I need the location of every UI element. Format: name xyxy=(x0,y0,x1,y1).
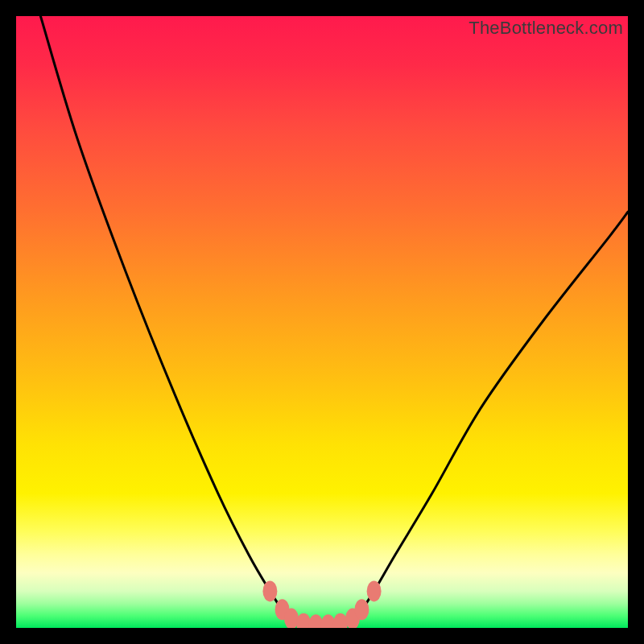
curve-marker xyxy=(354,599,369,620)
watermark-text: TheBottleneck.com xyxy=(469,18,623,39)
chart-frame: TheBottleneck.com xyxy=(16,16,628,628)
curve-markers xyxy=(262,580,381,628)
curve-marker xyxy=(333,613,348,628)
curve-marker xyxy=(321,614,336,628)
curve-path xyxy=(40,16,628,625)
curve-marker xyxy=(262,580,277,601)
bottleneck-curve xyxy=(16,16,628,628)
curve-marker xyxy=(367,580,382,601)
